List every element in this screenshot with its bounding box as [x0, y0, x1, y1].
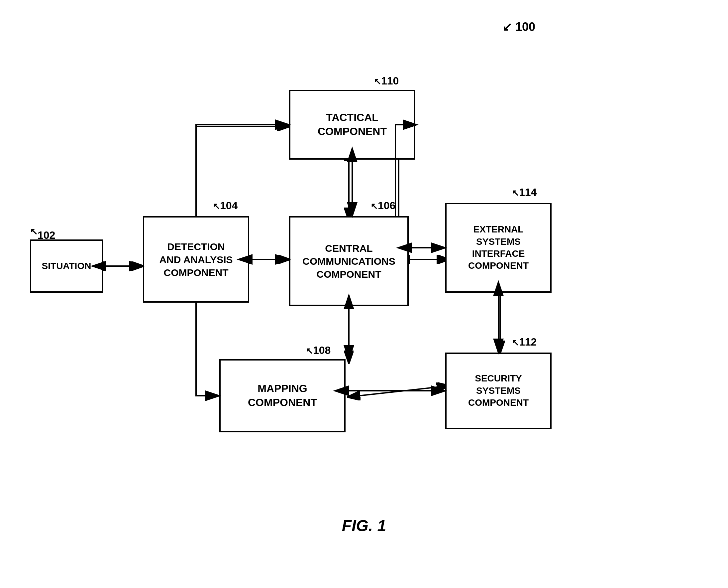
- external-box: EXTERNAL SYSTEMS INTERFACE COMPONENT: [445, 203, 552, 293]
- detection-box: DETECTION AND ANALYSIS COMPONENT: [143, 216, 249, 303]
- ref-100: ↙ 100: [502, 20, 535, 34]
- security-box: SECURITY SYSTEMS COMPONENT: [445, 353, 552, 429]
- mapping-box: MAPPING COMPONENT: [219, 359, 346, 432]
- ref-102: ↖102: [30, 226, 55, 241]
- situation-box: SITUATION: [30, 239, 103, 293]
- ref-112: ↖112: [512, 336, 537, 348]
- ref-106: ↖106: [371, 200, 395, 212]
- tactical-box: TACTICAL COMPONENT: [289, 90, 415, 160]
- ref-108: ↖108: [306, 344, 331, 357]
- ref-114: ↖114: [512, 186, 537, 198]
- ref-110: ↖110: [374, 75, 399, 87]
- diagram-container: ↙ 100: [0, 0, 728, 588]
- svg-line-7: [359, 386, 448, 396]
- fig-label: FIG. 1: [342, 517, 386, 535]
- ref-104: ↖104: [213, 200, 238, 212]
- central-box: CENTRAL COMMUNICATIONS COMPONENT: [289, 216, 409, 306]
